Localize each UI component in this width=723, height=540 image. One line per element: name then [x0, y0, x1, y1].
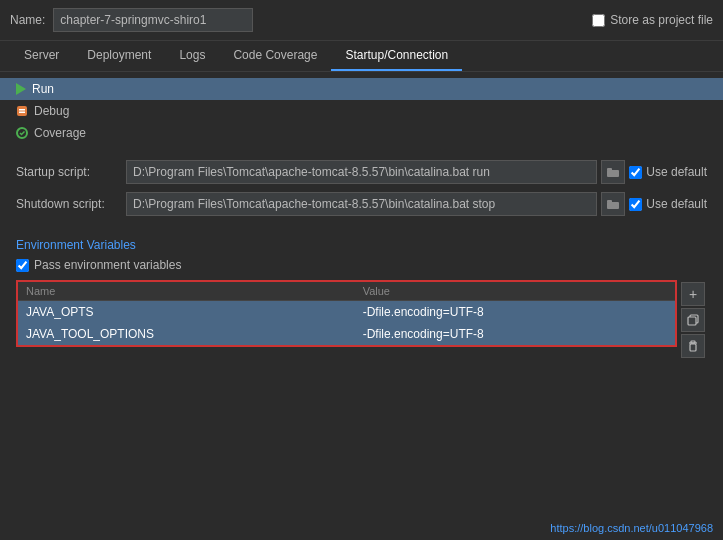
- startup-use-default-checkbox[interactable]: [629, 166, 642, 179]
- table-row[interactable]: JAVA_OPTS -Dfile.encoding=UTF-8: [18, 301, 675, 324]
- svg-rect-6: [607, 202, 619, 209]
- run-list: Run Debug C: [0, 72, 723, 150]
- delete-env-btn[interactable]: [681, 334, 705, 358]
- table-row[interactable]: JAVA_TOOL_OPTIONS -Dfile.encoding=UTF-8: [18, 323, 675, 345]
- name-label: Name:: [10, 13, 45, 27]
- footer-url: https://blog.csdn.net/u011047968: [550, 522, 713, 534]
- svg-rect-12: [691, 341, 695, 343]
- env-row-1-value: -Dfile.encoding=UTF-8: [355, 323, 675, 345]
- tabs-bar: Server Deployment Logs Code Coverage Sta…: [0, 41, 723, 72]
- run-item-run[interactable]: Run: [0, 78, 723, 100]
- tab-startup-connection[interactable]: Startup/Connection: [331, 41, 462, 71]
- svg-rect-4: [607, 170, 619, 177]
- svg-rect-7: [607, 200, 612, 203]
- tab-code-coverage[interactable]: Code Coverage: [219, 41, 331, 71]
- copy-env-btn[interactable]: [681, 308, 705, 332]
- run-item-coverage[interactable]: Coverage: [0, 122, 723, 144]
- side-actions: +: [681, 282, 705, 358]
- coverage-icon: [16, 127, 28, 139]
- startup-folder-btn[interactable]: [601, 160, 625, 184]
- env-row-0-value: -Dfile.encoding=UTF-8: [355, 301, 675, 324]
- content-area: Run Debug C: [0, 72, 723, 532]
- startup-row: Startup script: Use default: [16, 160, 707, 184]
- run-item-label: Run: [32, 82, 54, 96]
- svg-rect-2: [19, 112, 25, 114]
- shutdown-use-default-checkbox[interactable]: [629, 198, 642, 211]
- pass-env-checkbox[interactable]: [16, 259, 29, 272]
- name-input[interactable]: [53, 8, 253, 32]
- shutdown-use-default-row: Use default: [629, 197, 707, 211]
- svg-rect-9: [688, 317, 696, 325]
- svg-rect-1: [19, 109, 25, 111]
- env-table-container: Name Value JAVA_OPTS -Dfile.encoding=UTF…: [16, 280, 707, 347]
- env-pass-row: Pass environment variables: [16, 258, 707, 272]
- startup-use-default-row: Use default: [629, 165, 707, 179]
- top-bar: Name: Store as project file: [0, 0, 723, 41]
- env-section: Environment Variables Pass environment v…: [0, 234, 723, 351]
- store-project-container: Store as project file: [592, 13, 713, 27]
- debug-icon: [16, 105, 28, 117]
- add-env-btn[interactable]: +: [681, 282, 705, 306]
- env-variables-table: Name Value JAVA_OPTS -Dfile.encoding=UTF…: [18, 282, 675, 345]
- shutdown-input[interactable]: [126, 192, 597, 216]
- coverage-item-label: Coverage: [34, 126, 86, 140]
- pass-env-label: Pass environment variables: [34, 258, 181, 272]
- store-project-checkbox[interactable]: [592, 14, 605, 27]
- svg-rect-5: [607, 168, 612, 171]
- env-table-wrapper: Name Value JAVA_OPTS -Dfile.encoding=UTF…: [16, 280, 677, 347]
- tab-server[interactable]: Server: [10, 41, 73, 71]
- left-panel: Run Debug C: [0, 72, 723, 532]
- store-project-label: Store as project file: [610, 13, 713, 27]
- tab-logs[interactable]: Logs: [165, 41, 219, 71]
- env-row-1-name: JAVA_TOOL_OPTIONS: [18, 323, 355, 345]
- run-icon: [16, 83, 26, 95]
- run-item-debug[interactable]: Debug: [0, 100, 723, 122]
- svg-rect-10: [690, 344, 696, 351]
- svg-rect-0: [17, 106, 27, 116]
- col-value-header: Value: [355, 282, 675, 301]
- shutdown-use-default-label: Use default: [646, 197, 707, 211]
- shutdown-label: Shutdown script:: [16, 197, 126, 211]
- env-title: Environment Variables: [16, 238, 707, 252]
- startup-input[interactable]: [126, 160, 597, 184]
- col-name-header: Name: [18, 282, 355, 301]
- startup-use-default-label: Use default: [646, 165, 707, 179]
- tab-deployment[interactable]: Deployment: [73, 41, 165, 71]
- shutdown-row: Shutdown script: Use default: [16, 192, 707, 216]
- debug-item-label: Debug: [34, 104, 69, 118]
- env-table-header: Name Value: [18, 282, 675, 301]
- scripts-form: Startup script: Use default Shutdown scr…: [0, 150, 723, 234]
- startup-label: Startup script:: [16, 165, 126, 179]
- env-row-0-name: JAVA_OPTS: [18, 301, 355, 324]
- shutdown-folder-btn[interactable]: [601, 192, 625, 216]
